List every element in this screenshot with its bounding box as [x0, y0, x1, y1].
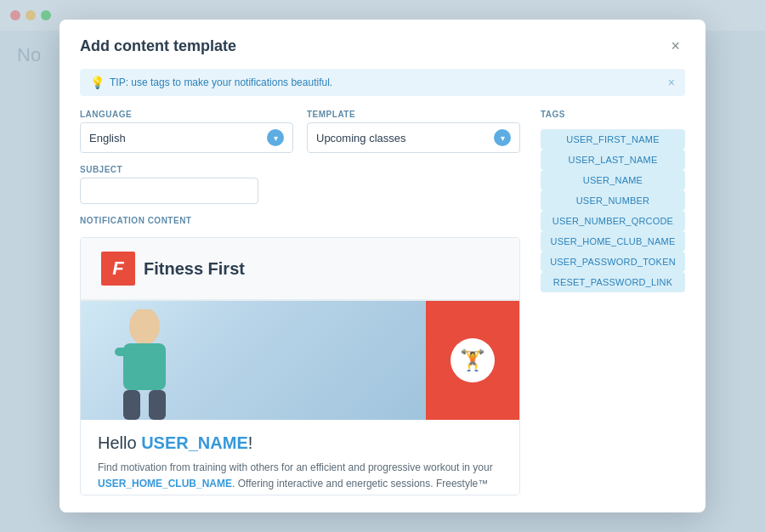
email-body: Hello USER_NAME! Find motivation from tr…	[81, 420, 519, 495]
tag-pill[interactable]: USER_NAME	[541, 170, 685, 190]
modal-main-area: LANGUAGE English ▾ TEMPLATE Upcoming cla…	[80, 110, 520, 495]
template-value: Upcoming classes	[316, 132, 406, 144]
modal-close-button[interactable]: ×	[666, 37, 685, 55]
gym-icon: 🏋️	[460, 348, 485, 372]
tag-pill[interactable]: RESET_PASSWORD_LINK	[541, 272, 685, 292]
email-preview: F Fitness First 🏋️	[80, 237, 520, 495]
add-content-template-modal: Add content template × 💡 TIP: use tags t…	[60, 20, 706, 512]
form-row-language-template: LANGUAGE English ▾ TEMPLATE Upcoming cla…	[80, 110, 520, 153]
tag-pill[interactable]: USER_HOME_CLUB_NAME	[541, 231, 685, 252]
language-group: LANGUAGE English ▾	[80, 110, 293, 153]
tags-panel: TAGS USER_FIRST_NAMEUSER_LAST_NAMEUSER_N…	[541, 110, 685, 495]
hello-line: Hello USER_NAME!	[98, 433, 502, 453]
hero-photo	[81, 301, 426, 420]
username-tag: USER_NAME	[141, 433, 248, 452]
template-group: TEMPLATE Upcoming classes ▾	[307, 110, 520, 153]
brand-logo: F	[101, 252, 135, 286]
tip-icon: 💡	[90, 76, 105, 89]
language-value: English	[89, 132, 126, 144]
tip-text: TIP: use tags to make your notifications…	[110, 76, 332, 88]
tag-pill[interactable]: USER_PASSWORD_TOKEN	[541, 252, 685, 272]
club-name-tag: USER_HOME_CLUB_NAME	[98, 478, 232, 490]
subject-group: SUBJECT	[80, 165, 520, 204]
tag-pill[interactable]: USER_NUMBER_QRCODE	[541, 211, 685, 231]
modal-header: Add content template ×	[60, 20, 706, 69]
tip-close-button[interactable]: ×	[668, 76, 675, 89]
language-arrow-icon: ▾	[267, 129, 284, 146]
gym-icon-circle: 🏋️	[450, 338, 495, 382]
exclamation: !	[248, 433, 253, 452]
template-select[interactable]: Upcoming classes ▾	[307, 122, 520, 153]
modal-overlay: Add content template × 💡 TIP: use tags t…	[0, 0, 765, 532]
modal-title: Add content template	[80, 37, 236, 55]
email-body-text: Find motivation from training with other…	[98, 460, 502, 495]
tags-label: TAGS	[541, 110, 685, 119]
hero-red-panel: 🏋️	[426, 301, 519, 420]
tag-pill[interactable]: USER_LAST_NAME	[541, 150, 685, 170]
tag-pill[interactable]: USER_NUMBER	[541, 190, 685, 211]
hello-text: Hello	[98, 433, 141, 452]
modal-body: LANGUAGE English ▾ TEMPLATE Upcoming cla…	[60, 110, 706, 512]
notification-content-label: NOTIFICATION CONTENT	[80, 216, 520, 225]
language-label: LANGUAGE	[80, 110, 293, 119]
tip-content: 💡 TIP: use tags to make your notificatio…	[90, 76, 332, 89]
body-text-1: Find motivation from training with other…	[98, 461, 493, 473]
tags-container: USER_FIRST_NAMEUSER_LAST_NAMEUSER_NAMEUS…	[541, 129, 685, 292]
tag-pill[interactable]: USER_FIRST_NAME	[541, 129, 685, 150]
brand-name: Fitness First	[144, 259, 245, 279]
language-select[interactable]: English ▾	[80, 122, 293, 153]
template-label: TEMPLATE	[307, 110, 520, 119]
subject-input[interactable]	[80, 178, 258, 204]
email-brand-header: F Fitness First	[81, 238, 519, 301]
template-arrow-icon: ▾	[494, 129, 511, 146]
subject-label: SUBJECT	[80, 165, 520, 174]
email-hero-image: 🏋️	[81, 301, 519, 420]
tip-banner: 💡 TIP: use tags to make your notificatio…	[80, 69, 685, 96]
